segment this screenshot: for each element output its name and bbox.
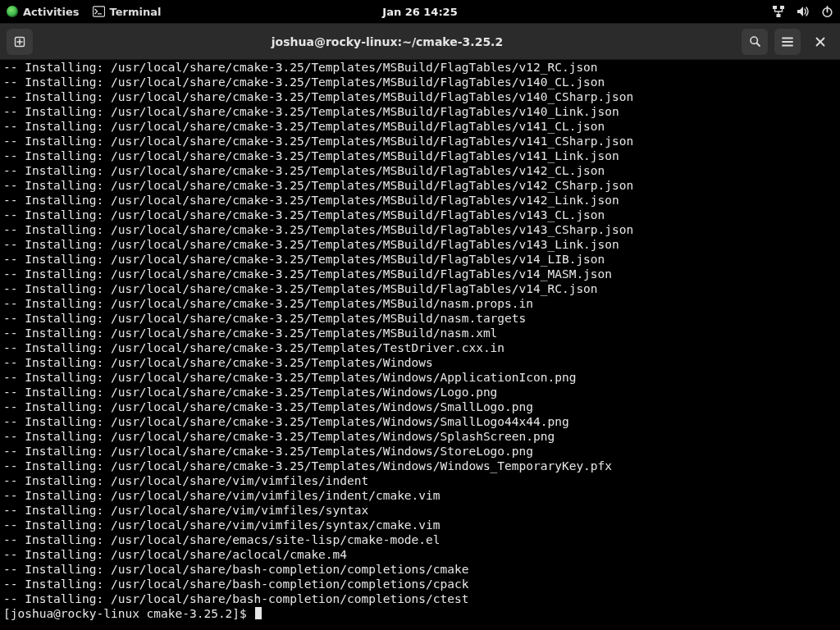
network-icon[interactable] [772,6,785,18]
activities-label: Activities [23,6,80,18]
app-menu-terminal[interactable]: Terminal [93,6,162,18]
terminal-viewport[interactable]: -- Installing: /usr/local/share/cmake-3.… [0,60,840,630]
shell-prompt: [joshua@rocky-linux cmake-3.25.2]$ [3,607,254,620]
svg-rect-4 [777,14,781,17]
close-button[interactable] [807,29,833,55]
terminal-app-icon [93,6,105,17]
activities-icon [7,6,18,17]
terminal-window: joshua@rocky-linux:~/cmake-3.25.2 -- Ins… [0,23,840,630]
volume-icon[interactable] [797,6,810,17]
menu-button[interactable] [774,29,801,55]
svg-line-11 [756,43,760,47]
terminal-output: -- Installing: /usr/local/share/cmake-3.… [0,60,840,621]
window-title: joshua@rocky-linux:~/cmake-3.25.2 [33,35,742,48]
window-titlebar: joshua@rocky-linux:~/cmake-3.25.2 [0,24,840,60]
svg-rect-2 [773,6,777,9]
clock[interactable]: Jan 26 14:25 [382,6,457,18]
power-icon[interactable] [821,6,833,18]
cursor [255,607,262,619]
new-tab-button[interactable] [7,29,33,55]
svg-rect-0 [93,7,104,16]
activities-button[interactable]: Activities [7,6,80,18]
svg-rect-3 [780,6,784,9]
clock-text: Jan 26 14:25 [382,6,457,18]
gnome-top-bar: Activities Terminal Jan 26 14:25 [0,0,840,23]
app-menu-label: Terminal [110,6,162,18]
search-button[interactable] [742,29,768,55]
